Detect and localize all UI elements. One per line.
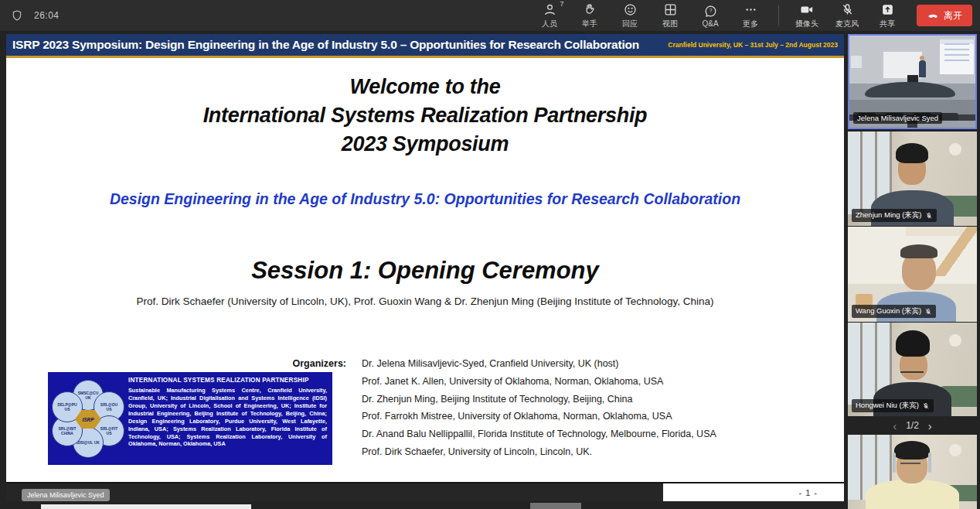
share-label: 共享	[880, 19, 895, 29]
slide-title-line3: 2023 Symposium	[6, 130, 844, 159]
organizer-item: Prof. Farrokh Mistree, University of Okl…	[362, 408, 716, 425]
pager-page-indicator: 1/2	[906, 420, 919, 431]
tile-name-label: Wang Guoxin (来宾)	[852, 305, 936, 318]
organizer-item: Prof. Janet K. Allen, University of Okla…	[362, 373, 716, 391]
reactions-button[interactable]: 回应	[611, 0, 648, 31]
organizers-label: Organizers:	[6, 358, 346, 369]
more-label: 更多	[743, 19, 758, 29]
tile-name-label: Hongwei Niu (来宾)	[852, 399, 934, 412]
meeting-window: 26:04 7 人员 举手	[0, 0, 980, 509]
pager-next-icon[interactable]: ›	[928, 420, 932, 432]
participants-count-badge: 7	[560, 0, 563, 8]
video-tile-jelena[interactable]: Jelena Milisavljevic Syed	[848, 34, 977, 129]
camera-label: 摄像头	[795, 19, 818, 29]
organizer-item: Prof. Dirk Schaefer, University of Linco…	[362, 443, 716, 461]
slide-title-line1: Welcome to the	[6, 73, 844, 101]
meeting-toolbar: 26:04 7 人员 举手	[0, 0, 980, 31]
isrp-logo: SMSC@CU UK SRL@OU US SRL@FIT US IDSI@UL …	[48, 372, 332, 465]
logo-body: Sustainable Manufacturing Systems Centre…	[128, 387, 327, 448]
organizer-item: Dr. Anand Balu Nellippallil, Florida Ins…	[362, 425, 716, 443]
raise-hand-label: 举手	[582, 19, 597, 29]
mic-off-icon	[924, 308, 932, 316]
shared-slide: ISRP 2023 Symposium: Design Engineering …	[6, 34, 844, 501]
slide-subtitle: Design Engineering in the Age of Industr…	[6, 190, 844, 208]
phone-down-icon	[927, 11, 939, 20]
qa-button[interactable]: ? Q&A	[692, 0, 729, 31]
view-label: 视图	[662, 19, 678, 29]
toolbar-divider	[778, 5, 779, 26]
camera-button[interactable]: 摄像头	[788, 0, 825, 31]
microphone-button[interactable]: 麦克风	[829, 0, 866, 31]
session-speakers: Prof. Dirk Schaefer (University of Linco…	[6, 295, 844, 307]
slide-header-bar: ISRP 2023 Symposium: Design Engineering …	[6, 34, 844, 56]
qa-bubble-icon: ?	[703, 3, 718, 19]
video-tile-partial[interactable]	[848, 435, 977, 509]
participants-button[interactable]: 7 人员	[531, 0, 568, 31]
grid-view-icon	[663, 2, 678, 18]
pager-prev-icon[interactable]: ‹	[893, 420, 897, 432]
background-window-strip	[41, 504, 251, 509]
view-button[interactable]: 视图	[652, 0, 689, 31]
session-title: Session 1: Opening Ceremony	[6, 257, 844, 285]
smiley-icon	[623, 2, 638, 18]
gold-rule	[6, 56, 844, 58]
video-tile-zhenjun[interactable]: Zhenjun Ming (来宾)	[848, 132, 977, 226]
tile-name-text: Jelena Milisavljevic Syed	[857, 114, 938, 122]
camera-icon	[799, 2, 815, 18]
shield-icon	[11, 9, 23, 22]
tile-name-text: Hongwei Niu (来宾)	[856, 401, 919, 411]
filmstrip-pager: ‹ 1/2 ›	[848, 416, 977, 435]
background-window-strip	[530, 503, 581, 509]
video-tile-guoxin[interactable]: Wang Guoxin (来宾)	[848, 227, 977, 322]
slide-header-venue: Cranfield University, UK – 31st July – 2…	[668, 41, 844, 49]
video-tile-hongwei[interactable]: Hongwei Niu (来宾)	[848, 323, 977, 416]
slide-title-line2: International Systems Realization Partne…	[6, 101, 844, 130]
reactions-label: 回应	[622, 19, 638, 29]
tile-name-text: Zhenjun Ming (来宾)	[856, 210, 922, 220]
share-screen-icon	[880, 2, 895, 18]
leave-label: 离开	[944, 9, 962, 22]
logo-title: INTERNATIONAL SYSTEMS REALIZATION PARTNE…	[128, 377, 327, 384]
mic-off-icon	[925, 212, 933, 220]
organizers-list: Dr. Jelena Milisavljevic-Syed, Cranfield…	[362, 355, 716, 461]
organizer-item: Dr. Zhenjun Ming, Beijing Institute of T…	[362, 391, 716, 408]
video-filmstrip: Jelena Milisavljevic Syed Zhenjun Ming (…	[848, 34, 977, 509]
presenter-name-tag: Jelena Milisavljevic Syed	[22, 489, 110, 501]
mic-off-icon	[840, 2, 855, 18]
meeting-timer: 26:04	[34, 10, 60, 21]
organizer-item: Dr. Jelena Milisavljevic-Syed, Cranfield…	[362, 355, 716, 373]
isrp-logo-cluster: SMSC@CU UK SRL@OU US SRL@FIT US IDSI@UL …	[51, 375, 125, 462]
page-number: - 1 -	[798, 488, 818, 497]
leave-meeting-button[interactable]: 离开	[917, 5, 972, 26]
participants-label: 人员	[542, 19, 557, 29]
video-feed	[848, 435, 977, 509]
ellipsis-icon	[744, 2, 758, 18]
tile-name-label: Zhenjun Ming (来宾)	[852, 209, 937, 222]
mic-off-icon	[922, 402, 930, 410]
raise-hand-icon	[583, 2, 597, 18]
tile-name-text: Wang Guoxin (来宾)	[856, 306, 921, 316]
share-button[interactable]: 共享	[869, 0, 906, 31]
more-button[interactable]: 更多	[732, 0, 769, 31]
qa-label: Q&A	[702, 19, 718, 28]
svg-text:?: ?	[709, 8, 712, 14]
tile-name-label: Jelena Milisavljevic Syed	[853, 112, 942, 124]
participants-icon: 7	[543, 2, 557, 18]
raise-hand-button[interactable]: 举手	[571, 0, 608, 31]
slide-title: Welcome to the International Systems Rea…	[6, 73, 844, 159]
microphone-label: 麦克风	[835, 19, 859, 29]
slide-header-title: ISRP 2023 Symposium: Design Engineering …	[6, 38, 639, 52]
